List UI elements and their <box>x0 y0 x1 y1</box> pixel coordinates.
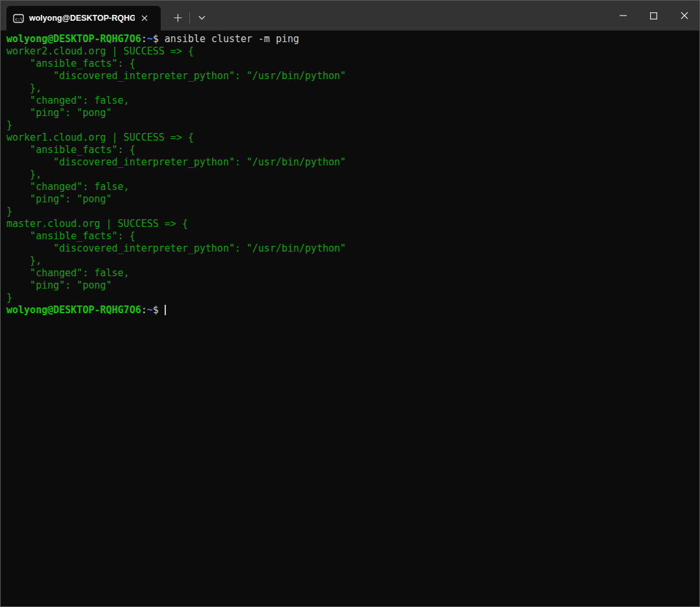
terminal-window: c:\ wolyong@DESKTOP-RQHG7O6 <box>0 0 700 607</box>
close-icon <box>681 12 688 19</box>
terminal-line: "ping": "pong" <box>6 193 694 206</box>
tab-title: wolyong@DESKTOP-RQHG7O6 <box>29 14 135 23</box>
terminal-line: wolyong@DESKTOP-RQHG7O6:~$ <box>6 304 694 316</box>
terminal-line: }, <box>6 169 694 181</box>
title-bar[interactable]: c:\ wolyong@DESKTOP-RQHG7O6 <box>1 1 699 30</box>
tab-close-button[interactable] <box>137 11 152 25</box>
terminal-line: }, <box>6 255 694 267</box>
command-prompt-icon: c:\ <box>13 14 24 23</box>
maximize-icon <box>650 12 657 19</box>
close-button[interactable] <box>669 1 699 30</box>
tab-wsl-session[interactable]: c:\ wolyong@DESKTOP-RQHG7O6 <box>6 6 161 30</box>
minimize-button[interactable] <box>608 1 638 30</box>
text-cursor <box>165 305 166 315</box>
terminal-line: worker1.cloud.org | SUCCESS => { <box>6 132 694 144</box>
terminal-line: master.cloud.org | SUCCESS => { <box>6 218 694 230</box>
chevron-down-icon <box>198 16 205 20</box>
terminal-line: "discovered_interpreter_python": "/usr/b… <box>6 156 694 169</box>
terminal-screen[interactable]: wolyong@DESKTOP-RQHG7O6:~$ ansible clust… <box>1 30 699 606</box>
terminal-line: "changed": false, <box>6 95 694 107</box>
new-tab-button[interactable] <box>167 7 188 28</box>
minimize-icon <box>620 15 627 16</box>
maximize-button[interactable] <box>638 1 669 30</box>
plus-icon <box>174 14 182 22</box>
tab-bar-separator <box>189 12 190 23</box>
terminal-line: "ping": "pong" <box>6 107 694 119</box>
terminal-line: "ping": "pong" <box>6 280 694 292</box>
tab-dropdown-button[interactable] <box>191 7 212 28</box>
close-icon <box>141 15 148 21</box>
title-bar-drag-area[interactable] <box>212 1 608 30</box>
terminal-line: "changed": false, <box>6 267 694 280</box>
terminal-line: "discovered_interpreter_python": "/usr/b… <box>6 70 694 82</box>
svg-text:c:\: c:\ <box>15 16 23 21</box>
terminal-line: "ansible_facts": { <box>6 58 694 70</box>
terminal-line: } <box>6 206 694 218</box>
terminal-line: "discovered_interpreter_python": "/usr/b… <box>6 243 694 255</box>
terminal-line: }, <box>6 82 694 95</box>
terminal-line: wolyong@DESKTOP-RQHG7O6:~$ ansible clust… <box>6 33 694 45</box>
window-controls <box>608 1 699 30</box>
terminal-line: worker2.cloud.org | SUCCESS => { <box>6 45 694 58</box>
terminal-line: "changed": false, <box>6 181 694 193</box>
terminal-line: } <box>6 292 694 304</box>
terminal-line: "ansible_facts": { <box>6 230 694 243</box>
terminal-line: } <box>6 119 694 132</box>
terminal-line: "ansible_facts": { <box>6 144 694 156</box>
